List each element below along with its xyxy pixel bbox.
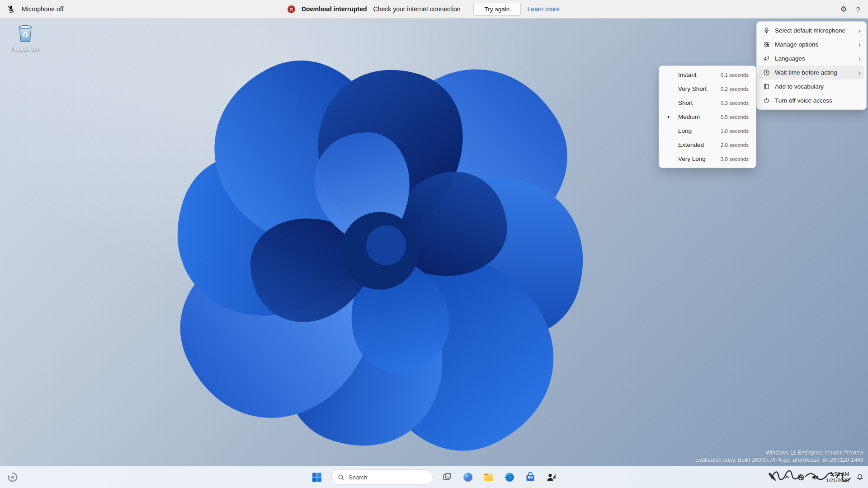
chevron-right-icon: › — [859, 69, 861, 76]
microsoft-store-icon — [525, 472, 536, 483]
recycle-bin-icon: ♻ — [15, 23, 36, 43]
chevron-right-icon: › — [859, 41, 861, 48]
voice-access-app-button[interactable] — [542, 468, 560, 486]
learn-more-link[interactable]: Learn more — [527, 5, 560, 13]
chevron-right-icon: › — [859, 27, 861, 34]
submenu-item-medium[interactable]: • Medium 0.5 seconds — [661, 110, 754, 124]
submenu-item-instant[interactable]: Instant 0.1 seconds — [661, 68, 754, 82]
submenu-item-label: Very Long — [678, 155, 706, 162]
chevron-up-icon — [784, 474, 790, 480]
start-button[interactable] — [308, 468, 326, 486]
svg-text:♻: ♻ — [22, 30, 28, 39]
recycle-bin-label: Recycle Bin — [6, 46, 44, 52]
submenu-item-label: Very Short — [678, 85, 707, 92]
submenu-item-short[interactable]: Short 0.3 seconds — [661, 96, 754, 110]
sliders-icon — [762, 41, 770, 48]
microphone-icon — [762, 27, 770, 34]
menu-item-label: Manage options — [775, 41, 818, 48]
notification-message: Check your internet connection — [373, 5, 461, 13]
recycle-bin[interactable]: ♻ Recycle Bin — [6, 23, 44, 52]
wait-time-submenu: Instant 0.1 seconds Very Short 0.2 secon… — [659, 66, 756, 168]
copilot-button[interactable] — [459, 468, 477, 486]
task-view-icon — [442, 472, 452, 482]
taskbar-search-box[interactable]: Search — [331, 469, 433, 485]
voice-access-settings-menu: Select default microphone › Manage optio… — [756, 21, 867, 110]
settings-gear-icon[interactable]: ⚙ — [840, 5, 847, 14]
svg-text:A: A — [764, 56, 767, 61]
edge-icon — [504, 472, 515, 483]
menu-item-wait-time-before-acting[interactable]: Wait time before acting › — [759, 66, 864, 80]
power-icon — [762, 97, 770, 104]
file-explorer-button[interactable] — [480, 468, 498, 486]
submenu-item-value: 1.0 seconds — [721, 128, 749, 134]
search-placeholder: Search — [349, 474, 367, 481]
try-again-button[interactable]: Try again — [473, 3, 521, 16]
submenu-item-value: 0.2 seconds — [721, 86, 749, 92]
taskbar: Search — [0, 466, 868, 488]
watermark-line2: Evaluation copy. Build 26300.7674.ge_pre… — [695, 456, 863, 464]
error-icon — [288, 5, 295, 13]
submenu-item-label: Short — [678, 99, 693, 106]
selected-bullet-icon: • — [667, 113, 670, 121]
task-view-button[interactable] — [438, 468, 456, 486]
tray-time: 9:58 AM — [826, 471, 849, 477]
store-button[interactable] — [521, 468, 539, 486]
notification-center-button[interactable] — [854, 470, 866, 484]
voice-bar-left: Microphone off — [0, 3, 63, 15]
submenu-item-label: Instant — [678, 71, 697, 78]
help-icon[interactable]: ? — [856, 5, 860, 13]
tray-date: 1/21/2026 — [826, 477, 849, 483]
menu-item-select-default-microphone[interactable]: Select default microphone › — [759, 23, 864, 38]
book-icon — [762, 83, 770, 90]
menu-item-label: Wait time before acting — [775, 69, 837, 76]
menu-item-languages[interactable]: A Languages › — [759, 52, 864, 66]
widgets-swirl-icon — [7, 472, 18, 483]
menu-item-label: Languages — [775, 55, 805, 62]
voice-bar-notification: Download interrupted Check your internet… — [288, 0, 560, 18]
system-tray: 9:58 AM 1/21/2026 — [766, 466, 866, 488]
submenu-item-value: 0.3 seconds — [721, 100, 749, 106]
menu-item-add-to-vocabulary[interactable]: Add to vocabulary — [759, 80, 864, 94]
submenu-item-very-short[interactable]: Very Short 0.2 seconds — [661, 82, 754, 96]
submenu-item-label: Medium — [678, 113, 700, 120]
submenu-item-value: 0.5 seconds — [721, 114, 749, 120]
windows-logo-icon — [312, 472, 322, 482]
file-explorer-icon — [483, 472, 494, 483]
taskbar-clock[interactable]: 9:58 AM 1/21/2026 — [823, 471, 852, 483]
search-icon — [338, 474, 344, 481]
menu-item-turn-off-voice-access[interactable]: Turn off voice access — [759, 94, 864, 108]
submenu-item-extended[interactable]: Extended 2.0 seconds — [661, 138, 754, 152]
insider-watermark: Windows 11 Enterprise Insider Preview Ev… — [695, 449, 863, 464]
chevron-right-icon: › — [859, 55, 861, 62]
network-button[interactable] — [795, 470, 807, 484]
watermark-line1: Windows 11 Enterprise Insider Preview — [695, 449, 863, 456]
copilot-icon — [462, 472, 473, 483]
voice-access-bar: Microphone off Download interrupted Chec… — [0, 0, 868, 19]
volume-button[interactable] — [809, 470, 821, 484]
taskbar-center-group: Search — [308, 466, 560, 488]
volume-icon — [811, 474, 819, 481]
mic-status-text: Microphone off — [22, 5, 63, 13]
notification-bell-icon — [856, 474, 863, 481]
submenu-item-value: 0.1 seconds — [721, 72, 749, 78]
hidden-icons-button[interactable] — [781, 470, 793, 484]
submenu-item-label: Long — [678, 127, 692, 134]
language-icon: A — [762, 55, 770, 62]
pen-icon — [766, 470, 779, 484]
microphone-off-icon — [6, 5, 15, 14]
submenu-item-value: 2.0 seconds — [721, 142, 749, 148]
submenu-item-long[interactable]: Long 1.0 seconds — [661, 124, 754, 138]
no-internet-icon — [797, 474, 805, 481]
menu-item-manage-options[interactable]: Manage options › — [759, 38, 864, 52]
submenu-item-value: 3.0 seconds — [721, 156, 749, 162]
notification-title: Download interrupted — [302, 5, 367, 13]
widgets-button[interactable] — [4, 468, 22, 486]
menu-item-label: Select default microphone — [775, 27, 845, 34]
microphone-toggle-button[interactable] — [5, 3, 17, 15]
menu-item-label: Turn off voice access — [775, 97, 832, 104]
clock-icon — [762, 69, 770, 76]
pen-tool-button[interactable] — [766, 470, 779, 484]
edge-button[interactable] — [500, 468, 519, 486]
submenu-item-very-long[interactable]: Very Long 3.0 seconds — [661, 152, 754, 166]
submenu-item-label: Extended — [678, 141, 704, 148]
